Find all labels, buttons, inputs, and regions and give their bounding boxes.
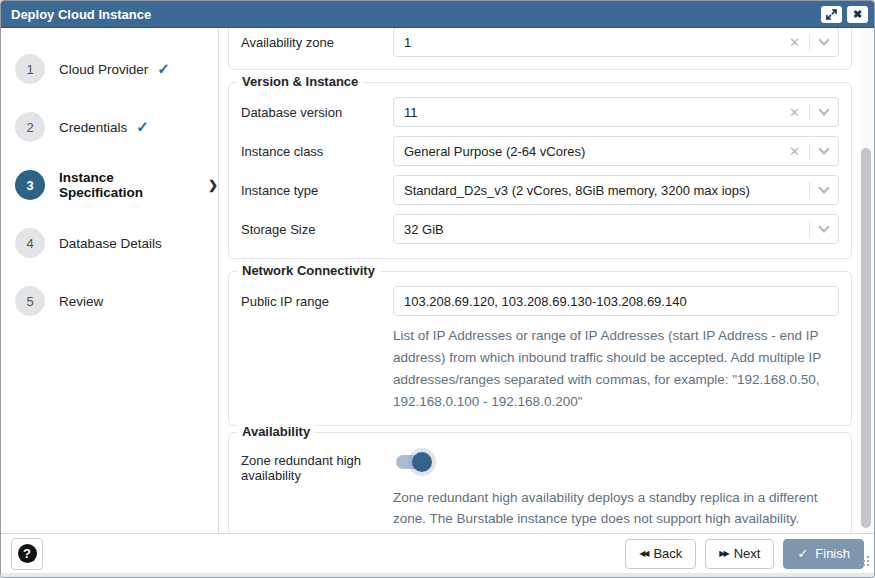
separator [809,221,810,238]
help-icon: ? [18,544,37,563]
step-number-badge: 4 [15,228,45,258]
check-icon: ✓ [797,546,808,561]
dialog-bottom-edge [1,573,874,578]
step-label: Credentials [59,120,127,135]
storage-size-select[interactable]: 32 GiB [393,214,839,244]
step-label: Cloud Provider [59,62,148,77]
wizard-steps-sidebar: 1 Cloud Provider ✓ 2 Credentials ✓ 3 Ins… [1,28,219,533]
step-number-badge: 2 [15,112,45,142]
availability-zone-value: 1 [404,35,789,50]
help-button[interactable]: ? [11,538,43,570]
maximize-button[interactable] [821,6,842,23]
step-review: 5 Review [1,272,218,330]
vertical-scrollbar[interactable] [859,28,873,533]
availability-zone-label: Availability zone [241,28,393,50]
step-number-badge: 3 [15,170,45,200]
instance-specification-panel: Availability zone 1 ✕ Version [219,28,874,533]
instance-type-select[interactable]: Standard_D2s_v3 (2 vCores, 8GiB memory, … [393,175,839,205]
close-button[interactable]: ✖ [847,6,868,23]
deploy-cloud-instance-dialog: Deploy Cloud Instance ✖ 1 Cloud Provider… [0,0,875,578]
dialog-footer: ? ◀◀ Back ▶▶ Next ✓ Finish [1,533,874,573]
chevron-down-icon[interactable] [818,34,829,45]
zone-redundant-ha-toggle[interactable] [396,455,429,469]
instance-class-select[interactable]: General Purpose (2-64 vCores) ✕ [393,136,839,166]
resize-grip[interactable] [859,556,871,568]
availability-fieldset: Availability Zone redundant high availab… [228,432,852,533]
toggle-knob [412,452,432,472]
close-icon: ✖ [853,8,862,21]
chevron-down-icon[interactable] [818,221,829,232]
step-credentials: 2 Credentials ✓ [1,98,218,156]
network-connectivity-legend: Network Connectivity [237,263,380,278]
public-ip-range-label: Public IP range [241,286,393,309]
step-cloud-provider: 1 Cloud Provider ✓ [1,40,218,98]
storage-size-value: 32 GiB [404,222,809,237]
clear-icon[interactable]: ✕ [789,35,800,50]
dialog-titlebar: Deploy Cloud Instance ✖ [1,1,874,28]
scrollbar-thumb[interactable] [861,148,871,528]
database-version-select[interactable]: 11 ✕ [393,97,839,127]
availability-legend: Availability [237,424,315,439]
separator [809,143,810,160]
public-ip-range-help: List of IP Addresses or range of IP Addr… [393,325,839,413]
availability-zone-select[interactable]: 1 ✕ [393,28,839,57]
step-label: Database Details [59,236,162,251]
separator [809,182,810,199]
instance-class-label: Instance class [241,136,393,159]
double-left-arrow-icon: ◀◀ [639,549,647,558]
network-connectivity-fieldset: Network Connectivity Public IP range Lis… [228,271,852,426]
storage-size-label: Storage Size [241,214,393,237]
next-button-label: Next [734,546,761,561]
chevron-down-icon[interactable] [818,104,829,115]
database-version-label: Database version [241,97,393,120]
database-version-value: 11 [404,105,789,120]
step-database-details: 4 Database Details [1,214,218,272]
separator [809,104,810,121]
instance-type-value: Standard_D2s_v3 (2 vCores, 8GiB memory, … [404,183,809,198]
clear-icon[interactable]: ✕ [789,105,800,120]
chevron-down-icon[interactable] [818,182,829,193]
clear-icon[interactable]: ✕ [789,144,800,159]
public-ip-range-input[interactable] [393,286,839,316]
finish-button[interactable]: ✓ Finish [783,539,864,569]
step-instance-specification: 3 Instance Specification ❯ [1,156,218,214]
back-button-label: Back [653,546,682,561]
instance-class-value: General Purpose (2-64 vCores) [404,144,789,159]
zone-redundant-ha-help: Zone redundant high availability deploys… [393,487,839,529]
maximize-icon [826,9,837,20]
chevron-down-icon[interactable] [818,143,829,154]
step-label: Instance Specification [59,170,198,200]
next-button[interactable]: ▶▶ Next [705,539,774,569]
version-instance-fieldset: Version & Instance Database version 11 ✕ [228,82,852,259]
double-right-arrow-icon: ▶▶ [719,549,727,558]
zone-fieldset: Availability zone 1 ✕ [228,28,852,70]
zone-redundant-ha-label: Zone redundant high availability [241,445,393,483]
chevron-right-icon: ❯ [208,178,218,192]
dialog-title: Deploy Cloud Instance [11,7,816,22]
step-number-badge: 5 [15,286,45,316]
check-icon: ✓ [136,118,149,136]
check-icon: ✓ [157,60,170,78]
back-button[interactable]: ◀◀ Back [625,539,696,569]
step-label: Review [59,294,103,309]
version-instance-legend: Version & Instance [237,74,363,89]
separator [809,34,810,51]
finish-button-label: Finish [815,546,850,561]
step-number-badge: 1 [15,54,45,84]
instance-type-label: Instance type [241,175,393,198]
